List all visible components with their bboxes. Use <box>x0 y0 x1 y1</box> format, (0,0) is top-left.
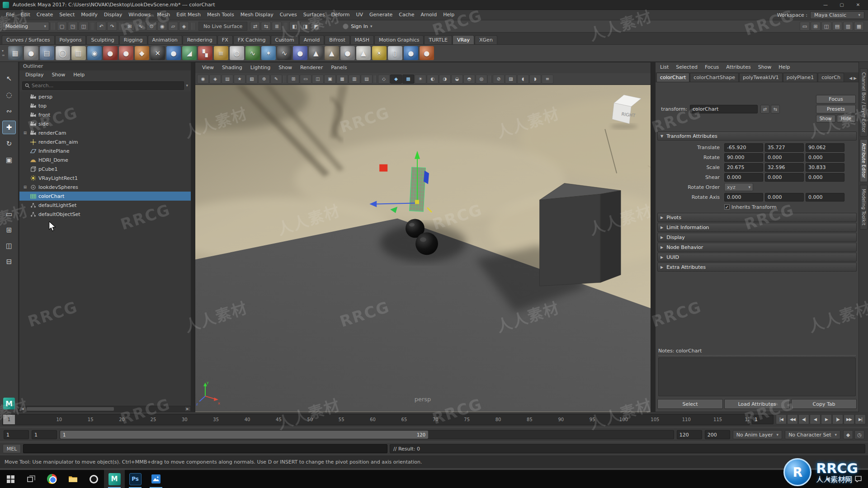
sidebar-tab-channel-box-layer-editor[interactable]: Channel Box / Layer Editor <box>860 68 868 136</box>
section-pivots[interactable]: ▶Pivots <box>657 213 857 222</box>
load-attributes-button[interactable]: Load Attributes <box>724 399 790 409</box>
menu-edit[interactable]: Edit <box>17 10 33 20</box>
snap-to-point-icon[interactable]: ⊙ <box>146 22 156 31</box>
outliner-horizontal-scrollbar[interactable]: ◀ ▶ <box>19 406 191 412</box>
attr-value-field[interactable]: 90.000 <box>724 153 763 162</box>
anim-layer-dropdown[interactable]: No Anim Layer <box>733 430 782 439</box>
hypergraph-layout-icon[interactable]: ▤ <box>832 22 842 31</box>
outliner-item-persp[interactable]: persp <box>19 92 191 101</box>
field-chart-icon[interactable]: ▦ <box>336 75 348 84</box>
outliner-menu-show[interactable]: Show <box>48 70 70 80</box>
menu-create[interactable]: Create <box>33 10 57 20</box>
x-ray-icon[interactable]: ▨ <box>505 75 517 84</box>
shelf-tab-custom[interactable]: Custom <box>271 35 299 44</box>
attribute-editor-menu-list[interactable]: List <box>656 62 672 72</box>
shelf-tab-fx[interactable]: FX <box>217 35 233 44</box>
shelf-notes-icon[interactable]: ▥ <box>71 46 86 60</box>
section-display[interactable]: ▶Display <box>657 233 857 242</box>
sign-in-button[interactable]: Sign In <box>343 23 372 29</box>
menu-arnold[interactable]: Arnold <box>418 10 440 20</box>
gamma-icon[interactable]: ◗ <box>529 75 541 84</box>
shelf-light-cone-icon[interactable]: ▲ <box>356 46 371 60</box>
shelf-wire-sphere-icon[interactable]: ◍ <box>230 46 244 60</box>
action-center-icon[interactable] <box>855 476 862 482</box>
inherits-transform-checkbox[interactable] <box>724 204 730 210</box>
shelf-tab-fx-caching[interactable]: FX Caching <box>233 35 270 44</box>
menu-select[interactable]: Select <box>56 10 78 20</box>
outliner-search-input[interactable] <box>32 83 181 89</box>
move-tool[interactable]: ✚ <box>2 121 16 134</box>
expand-toggle-icon[interactable]: ⊞ <box>22 131 28 135</box>
attr-value-field[interactable]: 0.000 <box>806 153 844 162</box>
character-set-dropdown[interactable]: No Character Set <box>785 430 840 439</box>
obs-icon[interactable] <box>83 470 104 488</box>
menu-uv[interactable]: UV <box>353 10 366 20</box>
shelf-grass-icon[interactable]: ∿ <box>245 46 260 60</box>
mel-toggle-button[interactable]: MEL <box>3 444 21 453</box>
single-pane-layout-icon[interactable]: ▭ <box>800 22 810 31</box>
scrollbar-thumb[interactable] <box>27 407 114 411</box>
live-surface-field[interactable]: No Live Surface <box>198 22 247 31</box>
wireframe-icon[interactable]: ◇ <box>378 75 390 84</box>
use-all-lights-icon[interactable]: ☀ <box>415 75 426 84</box>
input-connections-icon[interactable]: ⇄ <box>250 22 260 31</box>
four-pane-layout-button[interactable]: ⊞ <box>2 223 16 237</box>
step-forward-frame-button[interactable]: ▶▶ <box>844 414 854 424</box>
persp-outliner-layout-button[interactable]: ◫ <box>2 239 16 253</box>
attr-value-field[interactable]: 0.000 <box>765 173 804 182</box>
viewport-menu-panels[interactable]: Panels <box>327 62 351 73</box>
resolution-gate-icon[interactable]: ◫ <box>312 75 324 84</box>
menu-windows[interactable]: Windows <box>125 10 154 20</box>
shelf-blue-sphere-icon[interactable]: ● <box>293 46 307 60</box>
sidebar-tab-attribute-editor[interactable]: Attribute Editor <box>860 139 868 182</box>
section-transform-attributes[interactable]: ▼ Transform Attributes <box>657 131 857 141</box>
menu-surfaces[interactable]: Surfaces <box>300 10 328 20</box>
ae-tab-polyplane1[interactable]: polyPlane1 <box>783 73 817 82</box>
attribute-editor-menu-attributes[interactable]: Attributes <box>722 62 754 72</box>
menu-curves[interactable]: Curves <box>277 10 300 20</box>
menu-cache[interactable]: Cache <box>396 10 417 20</box>
shelf-tab-sculpting[interactable]: Sculpting <box>86 35 118 44</box>
viewport-menu-view[interactable]: View <box>198 62 218 73</box>
hide-button[interactable]: Hide <box>837 115 856 122</box>
start-button[interactable] <box>0 470 21 488</box>
snap-to-view-plane-icon[interactable]: ▱ <box>168 22 178 31</box>
close-button[interactable]: ✕ <box>851 1 865 9</box>
volume-icon[interactable] <box>826 476 833 482</box>
ae-tab-colorchartshape[interactable]: colorChartShape <box>690 73 739 82</box>
shelf-tab-rigging[interactable]: Rigging <box>119 35 147 44</box>
scroll-right-icon[interactable]: ▶ <box>184 406 191 412</box>
menu-deform[interactable]: Deform <box>328 10 353 20</box>
multisample-aa-icon[interactable]: ◓ <box>463 75 475 84</box>
transform-name-field[interactable]: colorChart <box>690 105 758 113</box>
construction-history-icon[interactable]: ≣ <box>272 22 282 31</box>
shelf-ramp-icon[interactable]: ◢ <box>182 46 197 60</box>
step-back-frame-button[interactable]: ◀◀ <box>787 414 798 424</box>
menu-modify[interactable]: Modify <box>78 10 100 20</box>
shelf-orange-sphere-icon[interactable]: ● <box>420 46 434 60</box>
outliner-item-colorchart[interactable]: colorChart <box>19 192 191 201</box>
manipulator-center-handle[interactable] <box>415 200 419 204</box>
exposure-icon[interactable]: ◖ <box>517 75 529 84</box>
isolate-select-icon[interactable]: ⊘ <box>493 75 505 84</box>
cube-object[interactable] <box>539 183 621 286</box>
film-gate-icon[interactable]: ▭ <box>300 75 311 84</box>
single-pane-layout-button[interactable]: ▭ <box>2 207 16 221</box>
mel-input[interactable] <box>23 444 387 453</box>
tab-scroll-left-icon[interactable]: ◀ <box>849 76 852 80</box>
attr-value-field[interactable]: 35.727 <box>765 143 804 152</box>
render-current-frame-icon[interactable]: ◧ <box>289 22 299 31</box>
shelf-tan-cone-icon[interactable]: ▲ <box>325 46 339 60</box>
viewport-renderer-icon[interactable]: ≡ <box>542 75 553 84</box>
rotate-order-dropdown[interactable]: xyz <box>724 183 753 191</box>
range-slider-track[interactable]: 1 120 <box>60 430 674 439</box>
shelf-tab-rendering[interactable]: Rendering <box>183 35 217 44</box>
motion-blur-icon[interactable]: ◒ <box>451 75 463 84</box>
outliner-item-top[interactable]: top <box>19 101 191 110</box>
two-d-pan-zoom-icon[interactable]: ⊕ <box>258 75 270 84</box>
chrome-icon[interactable] <box>42 470 62 488</box>
current-frame-marker[interactable]: 1 <box>3 415 15 424</box>
shelf-glossy-sphere-icon[interactable]: ● <box>404 46 418 60</box>
rotate-tool[interactable]: ↻ <box>2 137 16 150</box>
ipr-render-icon[interactable]: ◨ <box>300 22 310 31</box>
